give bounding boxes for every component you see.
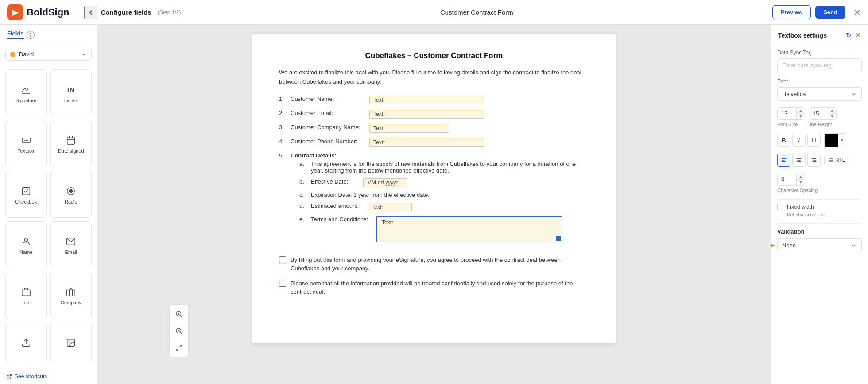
estimated-amount-field[interactable]: Text* [368,203,412,211]
field-name[interactable]: Name [5,221,47,268]
font-size-input[interactable] [778,108,796,119]
help-icon[interactable]: ? [27,31,35,39]
rtl-button[interactable]: RTL [824,155,849,165]
font-size-up[interactable]: ▲ [797,108,805,114]
field-attachment[interactable] [5,323,47,364]
email-label: Email [65,250,77,255]
align-center-button[interactable] [792,154,806,167]
preview-button[interactable]: Preview [772,5,811,19]
checkbox-2[interactable] [279,280,286,287]
color-dropdown[interactable]: ▼ [838,134,846,147]
bold-button[interactable]: B [777,134,790,147]
textarea-resize-handle[interactable] [556,236,561,241]
initials-icon: IN [67,84,75,96]
send-button[interactable]: Send [815,6,845,19]
font-size-down[interactable]: ▼ [797,114,805,119]
checkbox-1[interactable] [279,256,286,263]
divider-2 [777,223,862,224]
align-left-button[interactable] [777,154,790,167]
list-item: d. Estimated amount: Text* [299,203,589,211]
document-page: Cubeflakes – Customer Contract Form We a… [252,34,616,343]
font-size-row: ▲ ▼ ▲ ▼ [777,107,862,120]
char-spacing-up[interactable]: ▲ [797,174,805,180]
checkbox-icon [21,185,31,197]
logo-icon: ▶ [7,4,23,20]
zoom-out-button[interactable] [172,324,186,338]
svg-rect-3 [67,137,75,145]
line-height-input[interactable] [809,108,828,119]
align-right-button[interactable] [807,154,821,167]
list-item: 4. Customer Phone Number: Text* [279,138,589,147]
settings-close-icon[interactable]: ✕ [855,31,861,39]
title-icon [21,286,31,298]
data-sync-input[interactable] [777,58,862,72]
validation-dropdown[interactable]: None [777,238,862,252]
num-labels: Font Size Line Height [777,122,862,127]
doc-heading: Cubeflakes – Customer Contract Form [279,51,589,60]
customer-phone-field[interactable]: Text* [369,138,484,147]
radio-icon [66,185,76,197]
customer-email-field[interactable]: Text* [369,110,484,119]
list-item: b. Effective Date: MM-dd-yyyy* [299,178,589,187]
field-title[interactable]: Title [5,272,47,319]
list-item: a. This agreement is for the supply of r… [299,161,589,174]
font-label: Font [777,78,862,84]
settings-body: Data Sync Tag Font Helvetica [771,44,868,384]
shortcuts-link[interactable]: See shortcuts [6,373,91,380]
back-button[interactable] [84,6,97,19]
step-badge: (Step 1/2) [158,9,181,15]
company-label: Company [61,300,81,305]
email-icon [66,235,76,248]
fit-screen-button[interactable] [172,341,186,354]
line-height-arrows: ▲ ▼ [828,108,836,119]
svg-point-10 [24,238,27,242]
signer-dropdown[interactable]: David [5,48,92,61]
effective-date-field[interactable]: MM-dd-yyyy* [363,178,407,187]
sidebar-header: Fields ? [0,25,97,43]
logo: ▶ BoldSign [7,4,70,20]
doc-fields-list: 1. Customer Name: Text* 2. Customer Emai… [279,96,589,247]
field-radio[interactable]: Radio [50,171,92,218]
underline-button[interactable]: U [807,134,821,147]
header-divider [77,6,77,19]
line-height-down[interactable]: ▼ [828,114,836,119]
customer-name-field[interactable]: Text* [369,96,484,104]
fixed-width-checkbox[interactable] [777,204,783,210]
svg-rect-13 [67,290,75,296]
validation-value: None [782,242,796,249]
sidebar-footer: See shortcuts [0,369,97,384]
header-right: Preview Send ✕ [772,5,861,19]
list-item: 3. Customer Company Name: Text* [279,124,589,133]
field-image[interactable] [50,323,92,364]
field-date-signed[interactable]: Date signed [50,120,92,167]
close-button[interactable]: ✕ [853,7,861,18]
char-spacing-section: ▲ ▼ Character Spacing [777,173,862,193]
field-company[interactable]: Company [50,272,92,319]
field-signature[interactable]: Signature [5,69,47,116]
font-selector[interactable]: Helvetica [777,87,862,101]
fixed-width-section: Fixed width Set character limit [777,204,862,217]
zoom-in-button[interactable] [172,307,186,321]
fields-tab[interactable]: Fields [7,30,24,39]
signer-name: David [19,51,34,58]
italic-button[interactable]: I [792,134,806,147]
terms-field[interactable]: Text* [376,216,562,242]
field-email[interactable]: Email [50,221,92,268]
line-height-label: Line Height [807,122,834,127]
char-spacing-down[interactable]: ▼ [797,180,805,185]
refresh-icon[interactable]: ↻ [846,31,852,39]
settings-panel: Textbox settings ↻ ✕ Data Sync Tag Font … [771,25,868,384]
fixed-width-label: Fixed width [787,204,814,210]
field-initials[interactable]: IN Initials [50,69,92,116]
customer-company-field[interactable]: Text* [369,124,449,133]
font-value: Helvetica [782,91,806,97]
field-textbox[interactable]: Textbox [5,120,47,167]
color-swatch [826,135,836,145]
header-left: ▶ BoldSign Configure fields (Step 1/2) [7,4,181,20]
field-checkbox[interactable]: Checkbox [5,171,47,218]
char-spacing-row: ▲ ▼ [777,173,862,186]
line-height-up[interactable]: ▲ [828,108,836,114]
document-area: Cubeflakes – Customer Contract Form We a… [97,25,771,384]
color-picker[interactable]: ▼ [824,133,846,147]
char-spacing-input[interactable] [778,173,796,185]
